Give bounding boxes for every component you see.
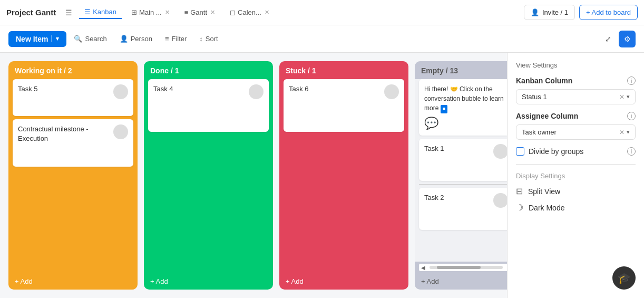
kanban-column-section: Kanban Column i	[516, 76, 636, 85]
assignee-column-chevron-icon: ▾	[627, 129, 630, 136]
app-title: Project Gantt	[6, 8, 56, 17]
separator	[516, 164, 636, 165]
display-settings-title: Display Settings	[516, 172, 636, 180]
tab-main[interactable]: ⊞ Main ... ✕	[126, 6, 175, 18]
avatar	[493, 144, 507, 159]
filter-button[interactable]: ≡ Filter	[160, 32, 192, 46]
calen-tab-label: Calen...	[238, 8, 261, 16]
column-working-header: Working on it / 2	[8, 61, 138, 79]
add-button[interactable]: + Add	[279, 273, 408, 290]
search-button[interactable]: 🔍 Search	[69, 32, 112, 46]
fullscreen-button[interactable]: ⤢	[600, 31, 617, 47]
kanban-board: Working on it / 2 Task 5 Contractual mil…	[0, 53, 507, 298]
divider	[419, 184, 507, 185]
search-label: Search	[85, 35, 106, 43]
column-empty-header: Empty / 13	[415, 61, 507, 79]
new-item-button[interactable]: New Item ▾	[8, 31, 66, 47]
avatar	[113, 84, 128, 99]
kanban-column-value: Status 1	[522, 93, 619, 101]
calen-tab-close[interactable]: ✕	[265, 9, 269, 16]
add-to-board-button[interactable]: + Add to board	[579, 5, 638, 20]
add-button[interactable]: + Add	[144, 273, 273, 290]
scroll-left-arrow[interactable]: ◀	[419, 264, 427, 271]
column-done: Done / 1 Task 4 + Add	[144, 61, 273, 290]
gantt-tab-label: Gantt	[190, 8, 207, 16]
person-filter-icon: 👤	[120, 35, 128, 43]
search-icon: 🔍	[74, 35, 82, 43]
assignee-column-label: Assignee Column	[516, 112, 578, 120]
chat-bubble-icon[interactable]: 💬	[424, 117, 507, 130]
add-button[interactable]: + Add	[8, 273, 138, 290]
kanban-column-select[interactable]: Status 1 ✕ ▾	[516, 89, 636, 104]
collapse-button[interactable]: ☰	[62, 6, 75, 19]
tab-calen[interactable]: ◻ Calen... ✕	[225, 6, 275, 18]
avatar	[493, 193, 507, 208]
task-name: Contractual milestone - Execution	[18, 124, 113, 143]
panel-title: View Settings	[516, 61, 636, 69]
assignee-column-clear-icon[interactable]: ✕	[619, 129, 625, 136]
tab-gantt[interactable]: ≡ Gantt ✕	[179, 6, 220, 18]
toolbar: New Item ▾ 🔍 Search 👤 Person ≡ Filter ↕ …	[0, 25, 644, 53]
column-done-title: Done / 1	[150, 66, 179, 75]
tab-kanban[interactable]: ☰ Kanban	[79, 6, 122, 19]
column-stuck-title: Stuck / 1	[286, 66, 316, 75]
column-working: Working on it / 2 Task 5 Contractual mil…	[8, 61, 138, 290]
side-panel: View Settings Kanban Column i Status 1 ✕…	[507, 53, 644, 298]
task-card[interactable]: Task 4	[148, 79, 269, 132]
filter-label: Filter	[171, 35, 187, 43]
kanban-column-chevron-icon: ▾	[627, 93, 630, 100]
kanban-column-label: Kanban Column	[516, 76, 572, 85]
task-card[interactable]: Task 2	[419, 188, 507, 230]
help-fab-button[interactable]: 🎓	[612, 266, 636, 290]
invite-label: Invite / 1	[542, 8, 568, 16]
main-tab-icon: ⊞	[131, 8, 137, 16]
assignee-column-info-icon[interactable]: i	[627, 112, 636, 120]
scroll-track	[430, 266, 503, 269]
task-card[interactable]: Task 5	[13, 79, 133, 116]
dark-mode-icon: ☽	[516, 203, 523, 213]
assignee-column-value: Task owner	[522, 128, 619, 136]
view-settings-button[interactable]: ⚙	[619, 31, 636, 47]
main-tab-close[interactable]: ✕	[165, 9, 170, 16]
task-name: Task 1	[424, 144, 493, 153]
task-name: Task 2	[424, 193, 493, 203]
dark-mode-label: Dark Mode	[529, 204, 564, 212]
split-view-row[interactable]: ⊟ Split View	[516, 186, 636, 196]
column-stuck: Stuck / 1 Task 6 + Add	[279, 61, 408, 290]
add-board-label: + Add to board	[586, 8, 631, 16]
person-filter-button[interactable]: 👤 Person	[114, 32, 158, 46]
column-done-header: Done / 1	[144, 61, 273, 79]
sort-icon: ↕	[199, 35, 203, 43]
task-card[interactable]: Contractual milestone - Execution	[13, 119, 133, 167]
sort-button[interactable]: ↕ Sort	[194, 32, 223, 46]
filter-icon: ≡	[165, 35, 169, 43]
person-icon: 👤	[531, 8, 539, 16]
task-card[interactable]: Task 1	[419, 139, 507, 181]
divide-by-groups-checkbox[interactable]	[516, 147, 524, 156]
chat-text: Hi there! 🤝 Click on the conversation bu…	[424, 84, 507, 113]
column-stuck-header: Stuck / 1	[279, 61, 408, 79]
main-content: Working on it / 2 Task 5 Contractual mil…	[0, 53, 644, 298]
dark-mode-row[interactable]: ☽ Dark Mode	[516, 203, 636, 213]
column-working-title: Working on it / 2	[15, 66, 72, 75]
column-empty: Empty / 13 Hi there! 🤝 Click on the conv…	[415, 61, 507, 290]
divide-by-groups-row: Divide by groups i	[516, 147, 636, 156]
assignee-column-select[interactable]: Task owner ✕ ▾	[516, 124, 636, 140]
new-item-chevron-icon: ▾	[51, 35, 59, 42]
invite-button[interactable]: 👤 Invite / 1	[524, 5, 575, 20]
kanban-tab-icon: ☰	[84, 8, 91, 16]
task-name: Task 6	[289, 84, 384, 94]
kanban-column-info-icon[interactable]: i	[627, 76, 636, 85]
person-label: Person	[131, 35, 152, 43]
assignee-column-section: Assignee Column i	[516, 112, 636, 120]
task-card[interactable]: Task 6	[284, 79, 404, 132]
task-name: Task 5	[18, 84, 113, 94]
gantt-tab-close[interactable]: ✕	[210, 9, 215, 16]
divide-by-groups-info-icon[interactable]: i	[627, 147, 636, 156]
kanban-column-clear-icon[interactable]: ✕	[619, 93, 625, 101]
horizontal-scrollbar[interactable]: ◀ ▶	[419, 264, 507, 271]
header: Project Gantt ☰ ☰ Kanban ⊞ Main ... ✕ ≡ …	[0, 0, 644, 25]
add-button[interactable]: + Add	[415, 273, 507, 290]
split-view-icon: ⊟	[516, 186, 523, 196]
task-name: Task 4	[153, 84, 249, 94]
